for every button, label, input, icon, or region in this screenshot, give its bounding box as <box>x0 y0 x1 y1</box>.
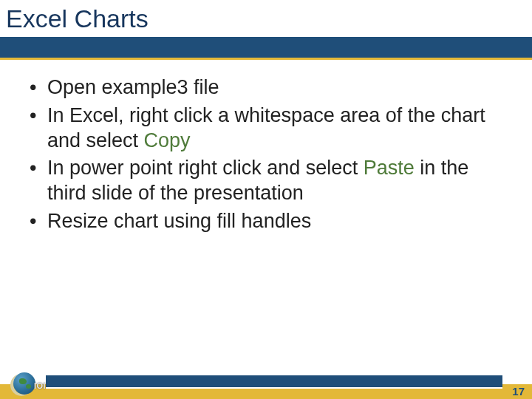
bullet-text: Resize chart using fill handles <box>47 210 311 232</box>
globe-land-icon <box>19 378 27 384</box>
list-item: In Excel, right click a whitespace area … <box>25 103 507 154</box>
logo-text: IOI <box>34 381 46 390</box>
bullet-text: In power point right click and select <box>47 157 364 179</box>
footer-separator <box>46 387 502 389</box>
footer-navy-bar <box>46 375 502 387</box>
bullet-text: In Excel, right click a whitespace area … <box>47 104 485 151</box>
slide-title: Excel Charts <box>0 0 532 33</box>
title-region: Excel Charts <box>0 0 532 58</box>
footer: IOI 17 <box>0 366 532 399</box>
slide: Excel Charts Open example3 file In Excel… <box>0 0 532 399</box>
bullet-text: Open example3 file <box>47 76 219 98</box>
page-number: 17 <box>512 385 525 398</box>
logo: IOI <box>13 371 46 396</box>
bullet-list: Open example3 file In Excel, right click… <box>25 75 507 234</box>
bullet-highlight: Copy <box>144 129 191 151</box>
title-bar <box>0 37 532 58</box>
list-item: In power point right click and select Pa… <box>25 156 507 206</box>
bullet-highlight: Paste <box>364 157 415 179</box>
title-underline <box>0 58 532 60</box>
list-item: Open example3 file <box>25 75 507 100</box>
globe-land-icon <box>26 384 31 389</box>
list-item: Resize chart using fill handles <box>25 209 507 234</box>
body-content: Open example3 file In Excel, right click… <box>25 75 507 237</box>
